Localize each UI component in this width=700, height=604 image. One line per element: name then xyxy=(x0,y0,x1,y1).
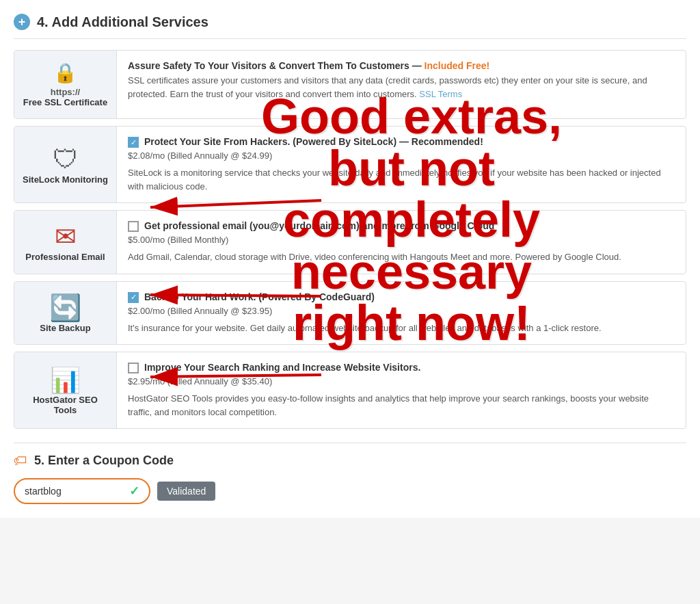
seo-main-title: Improve Your Search Ranking and Increase… xyxy=(144,362,420,373)
sitelock-description: SiteLock is a monitoring service that ch… xyxy=(128,166,675,193)
seo-content: Improve Your Search Ranking and Increase… xyxy=(117,352,686,428)
coupon-title: 5. Enter a Coupon Code xyxy=(34,454,174,468)
ssl-terms-link[interactable]: SSL Terms xyxy=(419,89,462,99)
section4-plus-icon: + xyxy=(14,14,30,30)
sitelock-icon-col: 🛡 SiteLock Monitoring xyxy=(14,127,117,202)
backup-content: ✓ Backup Your Hard Work. (Powered By Cod… xyxy=(117,282,686,345)
ssl-service-card: 🔒 https:// Free SSL Certificate Assure S… xyxy=(14,50,686,119)
email-title-row: Get professional email (you@yourdomain.c… xyxy=(128,220,675,232)
ssl-label: Free SSL Certificate xyxy=(23,97,107,107)
backup-main-title: Backup Your Hard Work. (Powered By CodeG… xyxy=(144,291,375,302)
ssl-included-free: Included Free! xyxy=(425,60,490,71)
ssl-icon-wrapper: 🔒 https:// xyxy=(51,62,80,97)
seo-icon-col: 📊 HostGator SEO Tools xyxy=(14,352,117,428)
gmail-icon: ✉ xyxy=(55,222,77,252)
email-label: Professional Email xyxy=(25,252,105,262)
coupon-input-row: ✓ Validated xyxy=(14,478,686,504)
sitelock-service-card: 🛡 SiteLock Monitoring ✓ Protect Your Sit… xyxy=(14,126,686,203)
coupon-tag-icon: 🏷 xyxy=(14,453,27,469)
ssl-title-row: Assure Safety To Your Visitors & Convert… xyxy=(128,60,675,71)
backup-label: Site Backup xyxy=(40,323,90,333)
sitelock-main-title: Protect Your Site From Hackers. (Powered… xyxy=(144,136,483,147)
backup-icon-col: 🔄 Site Backup xyxy=(14,282,117,345)
seo-description: HostGator SEO Tools provides you easy-to… xyxy=(128,392,675,419)
backup-icon: 🔄 xyxy=(49,293,81,323)
sitelock-title-row: ✓ Protect Your Site From Hackers. (Power… xyxy=(128,136,675,148)
email-icon-col: ✉ Professional Email xyxy=(14,211,117,274)
ssl-main-title: Assure Safety To Your Visitors & Convert… xyxy=(128,60,489,71)
backup-service-card: 🔄 Site Backup ✓ Backup Your Hard Work. (… xyxy=(14,281,686,345)
https-text: https:// xyxy=(51,87,80,97)
seo-label: HostGator SEO Tools xyxy=(21,395,109,415)
email-description: Add Gmail, Calendar, cloud storage with … xyxy=(128,250,675,264)
lock-icon: 🔒 xyxy=(53,62,77,84)
services-container: 🔒 https:// Free SSL Certificate Assure S… xyxy=(14,50,686,429)
ssl-content: Assure Safety To Your Visitors & Convert… xyxy=(117,51,686,118)
seo-title-row: Improve Your Search Ranking and Increase… xyxy=(128,362,675,373)
page-wrapper: + 4. Add Additional Services 🔒 https:// … xyxy=(0,0,700,518)
seo-icon: 📊 xyxy=(50,366,81,395)
coupon-section: 🏷 5. Enter a Coupon Code ✓ Validated xyxy=(14,443,686,504)
section4-title: 4. Add Additional Services xyxy=(37,14,208,30)
backup-price: $2.00/mo (Billed Annually @ $23.95) xyxy=(128,306,675,316)
ssl-icon-col: 🔒 https:// Free SSL Certificate xyxy=(14,51,117,118)
seo-price: $2.95/mo (Billed Annually @ $35.40) xyxy=(128,376,675,386)
coupon-validated-badge: Validated xyxy=(157,482,215,501)
sitelock-content: ✓ Protect Your Site From Hackers. (Power… xyxy=(117,127,686,202)
sitelock-checkbox[interactable]: ✓ xyxy=(128,137,139,148)
sitelock-icon: 🛡 xyxy=(53,145,79,174)
backup-checkbox[interactable]: ✓ xyxy=(128,292,139,303)
seo-service-card: 📊 HostGator SEO Tools Improve Your Searc… xyxy=(14,352,686,429)
email-checkbox[interactable] xyxy=(128,221,139,232)
section4-header: + 4. Add Additional Services xyxy=(14,14,686,39)
sitelock-label: SiteLock Monitoring xyxy=(23,174,108,185)
email-content: Get professional email (you@yourdomain.c… xyxy=(117,211,686,274)
email-price: $5.00/mo (Billed Monthly) xyxy=(128,235,675,245)
email-main-title: Get professional email (you@yourdomain.c… xyxy=(144,220,494,231)
coupon-input[interactable] xyxy=(25,486,124,497)
ssl-description: SSL certificates assure your customers a… xyxy=(128,74,675,101)
email-service-card: ✉ Professional Email Get professional em… xyxy=(14,210,686,274)
sitelock-price: $2.08/mo (Billed Annually @ $24.99) xyxy=(128,150,675,161)
coupon-header: 🏷 5. Enter a Coupon Code xyxy=(14,453,686,469)
coupon-input-wrapper: ✓ xyxy=(14,478,150,504)
seo-checkbox[interactable] xyxy=(128,363,139,373)
backup-title-row: ✓ Backup Your Hard Work. (Powered By Cod… xyxy=(128,291,675,303)
coupon-checkmark-icon: ✓ xyxy=(129,484,139,499)
backup-description: It's insurance for your website. Get dai… xyxy=(128,321,675,335)
